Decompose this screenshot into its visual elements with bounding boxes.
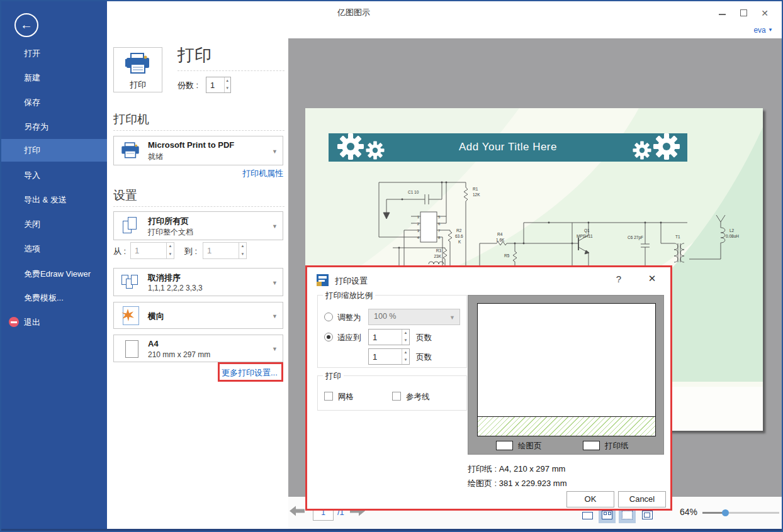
spinner-arrows[interactable]: ▲▼ — [166, 243, 174, 258]
to-page-stepper[interactable]: ▲▼ — [203, 242, 247, 259]
maximize-icon — [740, 9, 747, 16]
spinner-arrows[interactable]: ▲▼ — [402, 349, 409, 364]
fit-pages-down-stepper[interactable]: ▲▼ — [368, 348, 410, 365]
grid-label: 网格 — [338, 392, 354, 402]
spinner-arrows[interactable]: ▲▼ — [402, 330, 409, 345]
print-paper-legend: 打印纸 — [605, 441, 629, 452]
from-page-stepper[interactable]: ▲▼ — [130, 242, 174, 259]
print-paper-swatch — [583, 441, 600, 450]
fit-pages-down-input[interactable] — [369, 349, 402, 364]
orientation-select[interactable]: 横向 ▼ — [113, 302, 283, 329]
sidebar-item-free-viewer[interactable]: 免费Edraw Viewer — [1, 263, 107, 285]
copies-stepper[interactable]: ▲▼ — [206, 77, 231, 93]
edraw-logo-icon — [317, 274, 329, 286]
orientation-icon — [120, 306, 143, 327]
from-label: 从 : — [113, 246, 126, 257]
backstage-sidebar: ← 打开 新建 保存 另存为 打印 导入 导出 & 发送 关闭 选项 免费Edr… — [1, 1, 107, 531]
page-range-title: 打印所有页 — [148, 216, 189, 227]
print-button[interactable]: 打印 — [113, 47, 162, 92]
account-menu[interactable]: eva ▼ — [753, 26, 773, 35]
label-r1: R1 — [473, 187, 478, 191]
print-button-label: 打印 — [114, 79, 162, 91]
more-print-settings-link[interactable]: 更多打印设置... — [222, 367, 278, 379]
window-title: 亿图图示 — [303, 7, 404, 18]
zoom-percent-select[interactable]: 100 % ▼ — [368, 309, 460, 325]
paper-size-title: A4 — [148, 339, 159, 348]
svg-text:8: 8 — [438, 236, 441, 240]
dialog-close-button[interactable]: ✕ — [645, 273, 659, 284]
sidebar-item-exit[interactable]: 退出 — [1, 312, 107, 333]
printer-icon — [120, 142, 140, 160]
label-q1: Q1 — [584, 228, 590, 233]
printer-name: Microsoft Print to PDF — [148, 140, 234, 150]
pages-label-2: 页数 — [416, 352, 432, 363]
back-arrow-button[interactable]: ← — [14, 13, 38, 37]
fit-to-radio[interactable] — [324, 333, 333, 341]
sidebar-item-options[interactable]: 选项 — [1, 238, 107, 260]
ok-button[interactable]: OK — [566, 491, 614, 507]
guides-checkbox[interactable] — [392, 392, 401, 401]
paper-size-select[interactable]: A4 210 mm x 297 mm ▼ — [113, 335, 283, 362]
dialog-title: 打印设置 — [335, 275, 368, 287]
divider — [113, 206, 284, 207]
page-title: 打印 — [177, 44, 211, 67]
adjust-to-label: 调整为 — [337, 313, 361, 323]
label-r4-value: 1.6K — [496, 238, 505, 242]
close-button[interactable]: ✕ — [755, 6, 774, 20]
sidebar-item-free-templates[interactable]: 免费模板... — [1, 287, 107, 309]
fit-pages-across-stepper[interactable]: ▲▼ — [368, 329, 410, 345]
collate-select[interactable]: 取消排序 1,1,1 2,2,2 3,3,3 ▼ — [113, 268, 283, 296]
grid-checkbox[interactable] — [324, 392, 333, 401]
label-l2: L2 — [729, 228, 735, 233]
zoom-slider[interactable] — [702, 512, 779, 514]
copies-input[interactable] — [206, 77, 224, 92]
chevron-down-icon: ▼ — [272, 148, 278, 155]
pages-label-1: 页数 — [416, 333, 432, 343]
paper-info: 打印纸 : A4, 210 x 297 mm — [468, 463, 565, 475]
page-info: 绘图页 : 381 x 229.923 mm — [468, 478, 567, 489]
to-page-input[interactable] — [203, 243, 239, 258]
drawing-page-swatch — [496, 441, 513, 450]
collate-subtitle: 1,1,1 2,2,2 3,3,3 — [148, 284, 203, 292]
sidebar-item-print[interactable]: 打印 — [1, 139, 107, 162]
banner-title-text: Add Your Title Here — [329, 141, 687, 153]
printer-properties-link[interactable]: 打印机属性 — [113, 168, 283, 179]
minimize-button[interactable] — [713, 6, 731, 20]
print-options-label: 打印 — [323, 371, 344, 382]
help-button[interactable]: ? — [612, 274, 625, 284]
sidebar-item-open[interactable]: 打开 — [1, 43, 107, 64]
scale-group-label: 打印缩放比例 — [323, 291, 375, 301]
zoom-slider-thumb[interactable] — [722, 509, 729, 516]
sidebar-item-new[interactable]: 新建 — [1, 67, 107, 89]
sidebar-item-export-send[interactable]: 导出 & 发送 — [1, 189, 107, 211]
from-page-input[interactable] — [131, 243, 166, 258]
sidebar-item-saveas[interactable]: 另存为 — [1, 116, 107, 138]
spinner-arrows[interactable]: ▲▼ — [239, 243, 246, 258]
label-q1-value: MPSH11 — [577, 234, 593, 238]
print-preview-panel: 绘图页 打印纸 — [468, 295, 664, 455]
window-bottom-border — [1, 529, 782, 531]
maximize-button[interactable] — [734, 6, 753, 20]
label-r1-value: 12K — [473, 192, 480, 197]
page-range-subtitle: 打印整个文档 — [148, 227, 193, 238]
adjust-to-radio[interactable] — [324, 313, 333, 321]
previous-page-button[interactable] — [290, 506, 305, 516]
print-options-group: 打印 网格 参考线 — [317, 375, 467, 411]
spinner-arrows[interactable]: ▲▼ — [224, 77, 230, 92]
page-range-select[interactable]: 打印所有页 打印整个文档 ▼ — [113, 211, 283, 240]
divider — [113, 130, 284, 131]
zoom-percent-label: 64% — [680, 507, 697, 517]
to-label: 到 : — [184, 246, 197, 257]
label-l2-value: 0.08uH — [726, 234, 739, 238]
sidebar-item-save[interactable]: 保存 — [1, 92, 107, 113]
fit-pages-across-input[interactable] — [369, 330, 402, 345]
label-r5: R5 — [504, 253, 510, 258]
cancel-button[interactable]: Cancel — [618, 491, 666, 507]
sidebar-item-import[interactable]: 导入 — [1, 165, 107, 186]
sidebar-item-close[interactable]: 关闭 — [1, 214, 107, 235]
exit-icon — [9, 317, 19, 327]
print-settings-dialog: 打印设置 ? ✕ 打印缩放比例 调整为 100 % ▼ 适应到 ▲▼ 页数 ▲▼… — [305, 265, 672, 511]
printer-select[interactable]: Microsoft Print to PDF 就绪 ▼ — [113, 136, 283, 165]
printer-icon — [125, 53, 151, 75]
chevron-down-icon: ▼ — [272, 280, 278, 286]
